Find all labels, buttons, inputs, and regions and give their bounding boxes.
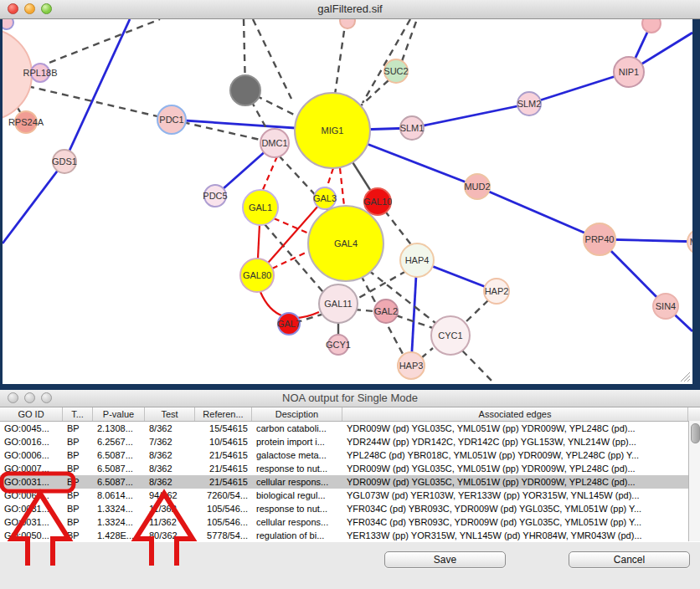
cell: GO:0006... <box>0 448 63 462</box>
cell: 80/362 <box>145 529 195 542</box>
table-row[interactable]: GO:0031...BP1.3324...11/362105/546...res… <box>0 502 700 515</box>
cell: cellular respons... <box>252 475 342 489</box>
scrollbar-thumb[interactable] <box>691 423 700 443</box>
cell: 8/362 <box>145 448 195 462</box>
node-label-PRP40: PRP40 <box>585 234 615 244</box>
cell: biological regul... <box>252 489 342 502</box>
network-window-title: galFiltered.sif <box>0 0 700 18</box>
node-label-SUC2: SUC2 <box>383 66 408 76</box>
edge-gray-dash[interactable] <box>465 300 488 323</box>
column-header-2[interactable]: P-value <box>93 407 145 421</box>
cell: GO:0031... <box>0 502 63 515</box>
edge-gray-dash[interactable] <box>28 86 172 120</box>
cell: GO:0045... <box>0 422 63 435</box>
cell: 1.3324... <box>93 515 145 529</box>
resize-grip-icon[interactable] <box>677 369 691 382</box>
network-titlebar[interactable]: galFiltered.sif <box>0 0 700 19</box>
table-row[interactable]: GO:0045...BP2.1308...8/36215/54615carbon… <box>0 422 700 435</box>
table-body[interactable]: GO:0045...BP2.1308...8/36215/54615carbon… <box>0 422 700 542</box>
column-header-5[interactable]: Desciption <box>252 407 342 421</box>
edge-gray-dash[interactable] <box>28 19 160 71</box>
cell: 15/54615 <box>195 422 252 435</box>
cell: BP <box>63 462 93 475</box>
edge-blue[interactable] <box>64 19 130 161</box>
column-header-4[interactable]: Referen... <box>195 407 252 421</box>
table-row[interactable]: GO:0016...BP6.2567...7/36210/54615protei… <box>0 435 700 448</box>
table-row[interactable]: GO:0031...BP6.5087...8/36221/54615cellul… <box>0 475 700 489</box>
table-row[interactable]: GO:0031...BP1.3324...11/362105/546...cel… <box>0 515 700 529</box>
edge-blue[interactable] <box>412 104 529 128</box>
cell: BP <box>63 502 93 515</box>
cell: 6.5087... <box>93 475 145 489</box>
edge-red-dash[interactable] <box>262 156 277 192</box>
cell: 6.5087... <box>93 462 145 475</box>
cell: YDR244W (pp) YDR142C, YDR142C (pp) YGL15… <box>342 435 688 448</box>
table-row[interactable]: GO:0007...BP6.5087...8/36221/54615respon… <box>0 462 700 475</box>
table-row[interactable]: GO:0050...BP1.428E...80/3625778/54...reg… <box>0 529 700 542</box>
edge-gray-dash[interactable] <box>462 351 495 384</box>
table-row[interactable]: GO:0006...BP6.5087...8/36221/54615galact… <box>0 448 700 462</box>
edge-red-dash[interactable] <box>327 168 333 188</box>
column-header-0[interactable]: GO ID <box>0 407 63 421</box>
noa-titlebar[interactable]: NOA output for Single Mode <box>0 390 700 407</box>
node-gray-node[interactable] <box>230 75 260 105</box>
network-canvas[interactable]: RPL18BRPS24AGDS1PDC1DMC1MIG1SUC2SLM1SLM2… <box>3 19 692 384</box>
table-row[interactable]: GO:0065...BP8.0614...94/3627260/54...bio… <box>0 489 700 502</box>
node-label-HAP3: HAP3 <box>399 361 424 371</box>
cell: YPL248C (pd) YBR018C, YML051W (pp) YDR00… <box>342 448 688 462</box>
cell: YGL073W (pd) YER103W, YER133W (pp) YOR31… <box>342 489 688 502</box>
edge-blue[interactable] <box>477 187 600 239</box>
table-header[interactable]: GO IDT...P-valueTestReferen...Desciption… <box>0 407 700 422</box>
cell: 8/362 <box>145 475 195 489</box>
node-label-SIN4: SIN4 <box>656 301 676 311</box>
node-label-GAL10: GAL10 <box>363 197 392 207</box>
column-header-6[interactable]: Associated edges <box>342 407 688 421</box>
column-header-3[interactable]: Test <box>145 407 195 421</box>
node-label-GAL4: GAL4 <box>334 238 358 248</box>
cell: 105/546... <box>195 502 252 515</box>
node-label-RPS24A: RPS24A <box>8 117 44 127</box>
cell: GO:0016... <box>0 435 63 448</box>
node-label-PDC1: PDC1 <box>159 115 183 125</box>
cell: 94/362 <box>145 489 195 502</box>
edge-gray-dash[interactable] <box>402 19 417 61</box>
network-graph[interactable]: RPL18BRPS24AGDS1PDC1DMC1MIG1SUC2SLM1SLM2… <box>3 19 692 384</box>
node-top-right[interactable] <box>642 19 661 33</box>
cell: 6.2567... <box>93 435 145 448</box>
cell: YDR009W (pd) YGL035C, YML051W (pp) YDR00… <box>342 422 688 435</box>
node-label-MIG1: MIG1 <box>322 125 344 136</box>
cell: YFR034C (pd) YBR093C, YDR009W (pd) YGL03… <box>342 502 688 515</box>
edge-blue[interactable] <box>3 161 64 243</box>
node-label-MSN: MSN <box>690 237 692 247</box>
save-button[interactable]: Save <box>384 551 506 568</box>
cell: GO:0007... <box>0 462 63 475</box>
cell: BP <box>63 448 93 462</box>
cell: 8.0614... <box>93 489 145 502</box>
cell: 6.5087... <box>93 448 145 462</box>
node-label-GAL7: GAL7 <box>277 319 301 329</box>
node-label-PDC5: PDC5 <box>203 191 227 201</box>
node-label-NIP1: NIP1 <box>619 67 639 77</box>
cell: YER133W (pp) YOR315W, YNL145W (pd) YHR08… <box>342 529 688 542</box>
column-header-1[interactable]: T... <box>63 407 93 421</box>
node-label-RPL18B: RPL18B <box>23 68 58 78</box>
cell: GO:0065... <box>0 489 63 502</box>
edge-gray-dash[interactable] <box>335 19 346 95</box>
cell: BP <box>63 475 93 489</box>
edge-gray-dash[interactable] <box>421 348 433 358</box>
cell: GO:0031... <box>0 515 63 529</box>
cell: 11/362 <box>145 515 195 529</box>
node-label-GCY1: GCY1 <box>326 340 351 350</box>
node-label-GAL80: GAL80 <box>243 270 271 280</box>
node-top-left[interactable] <box>3 19 13 29</box>
table-scrollbar[interactable] <box>688 421 700 541</box>
cancel-button[interactable]: Cancel <box>569 551 690 568</box>
edge-red-dash[interactable] <box>340 168 344 206</box>
cell: 21/54615 <box>195 475 252 489</box>
node-label-GAL1: GAL1 <box>249 202 272 213</box>
cell: YDR009W (pd) YGL035C, YML051W (pp) YDR00… <box>342 475 688 489</box>
cell: 105/546... <box>195 515 252 529</box>
node-top-mid[interactable] <box>340 19 355 28</box>
node-label-DMC1: DMC1 <box>261 138 287 148</box>
node-label-GDS1: GDS1 <box>52 156 77 166</box>
